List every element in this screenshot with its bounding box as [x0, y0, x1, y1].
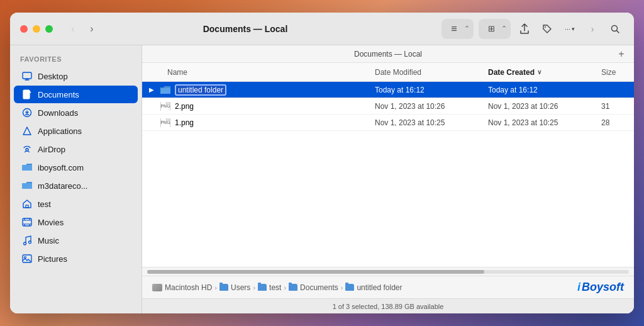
file-name-editing[interactable]: untitled folder [175, 84, 226, 96]
breadcrumb-separator: › [253, 284, 255, 291]
sidebar-item-label: iboysoft.com [38, 163, 84, 172]
sidebar-item-airdrop[interactable]: AirDrop [14, 140, 138, 158]
sidebar-item-test[interactable]: test [14, 195, 138, 213]
share-button[interactable] [516, 20, 533, 38]
file-size: 28 [601, 118, 634, 127]
grid-view-button[interactable]: ⊞ [482, 20, 500, 38]
sidebar-item-documents[interactable]: Documents [14, 86, 138, 103]
sidebar-item-label: test [38, 200, 51, 209]
hd-icon [152, 284, 162, 291]
breadcrumb-label: Macintosh HD [165, 283, 212, 292]
search-button[interactable] [606, 20, 624, 38]
svg-rect-11 [23, 218, 31, 226]
sidebar-item-label: Documents [38, 90, 79, 99]
table-row[interactable]: PNG 2.png Nov 1, 2023 at 10:26 Nov 1, 20… [142, 98, 634, 115]
table-row[interactable]: ▶ untitled folder Today at 16:12 Today a… [142, 82, 634, 98]
file-date-created: Today at 16:12 [488, 86, 601, 94]
sidebar-item-label: Music [38, 236, 59, 245]
more-options-button[interactable]: ··· ▾ [561, 20, 579, 38]
column-header-size[interactable]: Size [601, 68, 634, 77]
file-date-created: Nov 1, 2023 at 10:25 [488, 118, 601, 127]
expand-spacer [147, 118, 156, 127]
sidebar-item-iboysoft[interactable]: iboysoft.com [14, 159, 138, 176]
toolbar: ≡ ⌃ ⊞ ⌃ ··· ▾ › [441, 19, 624, 39]
breadcrumb-macintosh-hd[interactable]: Macintosh HD [152, 283, 212, 292]
sidebar-item-music[interactable]: Music [14, 232, 138, 249]
file-date-created: Nov 1, 2023 at 10:26 [488, 102, 601, 111]
chevron-left-icon: ‹ [71, 23, 74, 35]
sidebar-item-desktop[interactable]: Desktop [14, 67, 138, 85]
breadcrumb-label: untitled folder [357, 283, 402, 292]
scrollbar-track [147, 270, 629, 274]
breadcrumb-separator: › [214, 284, 217, 291]
sidebar-item-m3datareco[interactable]: m3datareco... [14, 177, 138, 194]
status-text: 1 of 3 selected, 138.89 GB available [333, 303, 444, 310]
sidebar-item-label: Downloads [38, 108, 78, 118]
svg-point-18 [24, 242, 26, 245]
add-tab-button[interactable]: + [615, 48, 628, 60]
sort-chevron-icon[interactable]: ⌃ [464, 25, 470, 33]
documents-icon [21, 89, 33, 100]
svg-line-2 [617, 30, 619, 33]
folder-icon-breadcrumb-2 [258, 284, 267, 291]
svg-point-0 [545, 26, 546, 28]
view-chevron-button[interactable]: › [584, 20, 601, 38]
sidebar-item-label: AirDrop [38, 145, 65, 154]
file-date-modified: Nov 1, 2023 at 10:26 [375, 102, 488, 111]
home-icon [21, 198, 33, 210]
maximize-button[interactable] [45, 25, 53, 33]
file-rows: ▶ untitled folder Today at 16:12 Today a… [142, 82, 634, 267]
grid-chevron-icon[interactable]: ⌃ [501, 25, 507, 33]
music-icon [21, 235, 33, 246]
scrollbar-thumb[interactable] [147, 270, 484, 274]
traffic-lights [20, 25, 53, 33]
downloads-icon [21, 107, 33, 118]
file-date-modified: Today at 16:12 [375, 86, 488, 94]
breadcrumb-label: test [269, 283, 281, 292]
sidebar-item-label: Pictures [38, 254, 67, 264]
list-view-button[interactable]: ≡ [445, 20, 463, 38]
horizontal-scrollbar[interactable] [142, 267, 634, 276]
sidebar-item-downloads[interactable]: Downloads [14, 104, 138, 121]
column-header-name[interactable]: Name [142, 68, 375, 77]
breadcrumb-test[interactable]: test [258, 283, 281, 292]
breadcrumb-documents[interactable]: Documents [289, 283, 338, 292]
file-size: 31 [601, 102, 634, 111]
column-header-date-modified[interactable]: Date Modified [375, 68, 488, 77]
location-bar: Documents — Local + [142, 45, 634, 63]
sidebar-item-pictures[interactable]: Pictures [14, 250, 138, 267]
sidebar-section-favorites: Favorites [10, 53, 142, 67]
location-bar-text: Documents — Local [354, 50, 422, 59]
status-bar: 1 of 3 selected, 138.89 GB available [142, 298, 634, 313]
breadcrumb-untitled-folder[interactable]: untitled folder [345, 283, 402, 292]
airdrop-icon [21, 143, 33, 155]
content-area: Favorites Desktop [10, 45, 634, 313]
titlebar: ‹ › Documents — Local ≡ ⌃ ⊞ ⌃ [10, 13, 634, 45]
file-name-text: 2.png [175, 102, 194, 111]
main-content: Documents — Local + Name Date Modified D… [142, 45, 634, 313]
sidebar-item-label: Movies [38, 218, 64, 227]
nav-buttons: ‹ › [65, 21, 99, 37]
tag-button[interactable] [538, 20, 556, 38]
expand-arrow-icon[interactable]: ▶ [147, 86, 156, 94]
breadcrumb-users[interactable]: Users [219, 283, 250, 292]
breadcrumb-separator: › [284, 284, 286, 291]
column-header-date-created[interactable]: Date Created ∨ [488, 68, 601, 77]
minimize-button[interactable] [33, 25, 40, 33]
forward-button[interactable]: › [84, 21, 99, 37]
expand-spacer [147, 102, 156, 111]
applications-icon [21, 125, 33, 137]
table-row[interactable]: PNG 1.png Nov 1, 2023 at 10:25 Nov 1, 20… [142, 115, 634, 131]
close-button[interactable] [20, 25, 28, 33]
file-name-cell: ▶ untitled folder [142, 84, 375, 96]
pictures-icon [21, 253, 33, 264]
sort-arrow-icon: ∨ [537, 69, 541, 76]
file-name-cell: PNG 2.png [142, 102, 375, 111]
back-button[interactable]: ‹ [65, 21, 80, 37]
folder-icon [21, 162, 33, 173]
sidebar-item-label: Desktop [38, 72, 68, 81]
folder-icon-2 [21, 180, 33, 191]
sidebar-item-movies[interactable]: Movies [14, 213, 138, 231]
sidebar-item-applications[interactable]: Applications [14, 122, 138, 140]
file-name-text: 1.png [175, 118, 194, 127]
